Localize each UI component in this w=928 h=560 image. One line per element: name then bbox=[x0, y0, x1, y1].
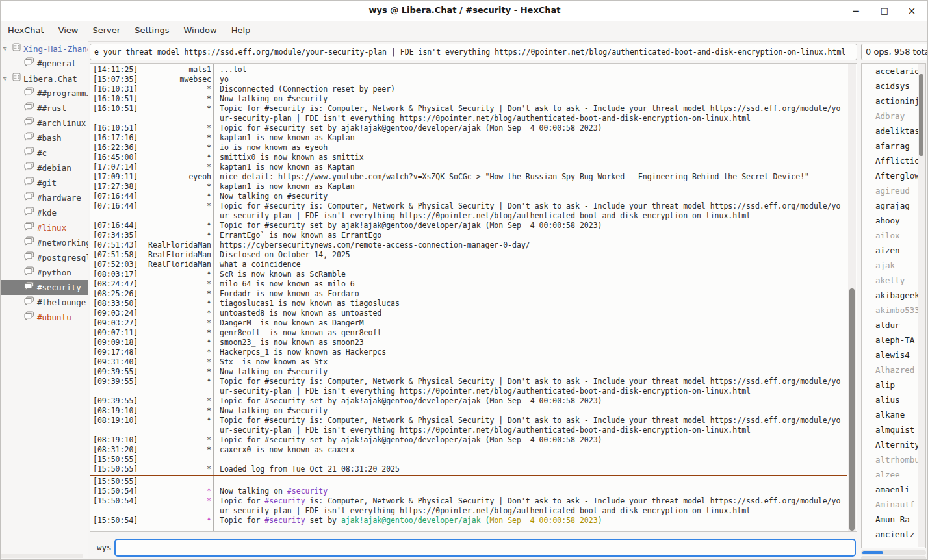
sidebar-item-networking[interactable]: #networking bbox=[1, 235, 88, 250]
user-item[interactable]: alewis4 bbox=[862, 348, 925, 363]
user-item[interactable]: altrhombus bbox=[862, 452, 925, 467]
user-item[interactable]: akelly bbox=[862, 273, 925, 288]
sidebar-item-python[interactable]: #python bbox=[1, 265, 88, 280]
channel-icon bbox=[24, 220, 34, 235]
user-item[interactable]: agrajag bbox=[862, 198, 925, 213]
menu-hexchat[interactable]: HexChat bbox=[1, 21, 51, 41]
chat-scrollbar-thumb[interactable] bbox=[849, 288, 855, 531]
chat-nick: * bbox=[145, 299, 216, 309]
sidebar-item-label: #networking bbox=[37, 238, 88, 248]
topic-input[interactable]: e your threat model https://ssd.eff.org/… bbox=[90, 44, 857, 60]
menu-settings[interactable]: Settings bbox=[127, 21, 176, 41]
message-segment: #security bbox=[287, 487, 328, 496]
user-item[interactable]: almquist bbox=[862, 422, 925, 437]
chat-message: Stx_ is now known as Stx bbox=[216, 357, 847, 367]
channel-icon bbox=[24, 175, 34, 190]
userlist-hscrollbar[interactable] bbox=[861, 550, 926, 555]
expander-icon[interactable]: ▽ bbox=[3, 71, 12, 86]
chat-timestamp: [07:16:44] bbox=[90, 201, 145, 211]
userlist-scrollbar-thumb[interactable] bbox=[919, 74, 923, 156]
user-item[interactable]: akimbo533 bbox=[862, 303, 925, 318]
userlist-scrollbar[interactable] bbox=[918, 64, 925, 547]
chat-timestamp: [07:51:58] bbox=[90, 250, 145, 260]
user-item[interactable]: aldur bbox=[862, 318, 925, 333]
chat-message: kaptan1 is now known as Kaptan bbox=[216, 162, 847, 172]
userlist-hscrollbar-track2[interactable] bbox=[861, 556, 926, 560]
sidebar-item-git[interactable]: #git bbox=[1, 175, 88, 190]
user-item[interactable]: aizen bbox=[862, 243, 925, 258]
user-item[interactable]: Afterglow bbox=[862, 168, 925, 183]
chat-line: [09:07:11]*genr8eofl_ is now known as ge… bbox=[90, 328, 847, 338]
sidebar-item-label: #general bbox=[37, 58, 76, 68]
user-item[interactable]: Alternity bbox=[862, 437, 925, 452]
sidebar-item-postgresql[interactable]: #postgresql bbox=[1, 250, 88, 265]
user-item[interactable]: alkane bbox=[862, 407, 925, 422]
message-segment: Disclosed on October 14, 2025 bbox=[220, 250, 350, 259]
sidebar-item-rust[interactable]: ##rust bbox=[1, 101, 88, 116]
message-input[interactable] bbox=[114, 539, 856, 557]
user-item[interactable]: Amun-Ra bbox=[862, 512, 925, 527]
sidebar-item-general[interactable]: #general bbox=[1, 56, 88, 71]
user-item[interactable]: amaenli bbox=[862, 482, 925, 497]
chat-timestamp: [17:07:14] bbox=[90, 162, 145, 172]
userlist-hscrollbar-thumb[interactable] bbox=[862, 551, 883, 554]
sidebar-item-linux[interactable]: #linux bbox=[1, 220, 88, 235]
expander-icon[interactable]: ▽ bbox=[3, 42, 12, 56]
sidebar-item-xing-hai-zhang[interactable]: ▽Xing-Hai-Zhang bbox=[1, 41, 88, 56]
user-item[interactable]: ailox bbox=[862, 228, 925, 243]
chat-scrollbar[interactable] bbox=[848, 64, 856, 531]
chat-message: ScR is now known as ScRamble bbox=[216, 270, 847, 279]
menu-help[interactable]: Help bbox=[224, 21, 258, 41]
user-item[interactable]: actioninj bbox=[862, 94, 925, 108]
message-segment: Topic for bbox=[220, 516, 264, 525]
chat-timestamp: [15:50:55] bbox=[90, 465, 145, 474]
sidebar-item-programming[interactable]: ##programming bbox=[1, 86, 88, 101]
chat-line: [09:03:27]*DangerM_ is now known as Dang… bbox=[90, 318, 847, 328]
sidebar-item-libera.chat[interactable]: ▽Libera.Chat bbox=[1, 71, 88, 86]
sidebar-item-bash[interactable]: #bash bbox=[1, 131, 88, 146]
sidebar-item-debian[interactable]: #debian bbox=[1, 160, 88, 175]
chat-message: Disconnected (Connection reset by peer) bbox=[216, 84, 847, 94]
sidebar-item-security[interactable]: #security bbox=[1, 280, 88, 295]
chat-nick: * bbox=[145, 182, 216, 192]
chat-timestamp: [08:33:50] bbox=[90, 299, 145, 309]
message-segment: Topic for #security is: Computer, Networ… bbox=[220, 377, 840, 396]
chat-nick: * bbox=[145, 516, 216, 526]
user-item[interactable]: accelario bbox=[862, 64, 925, 79]
user-item[interactable]: Affliction bbox=[862, 153, 925, 168]
message-segment: yo bbox=[220, 75, 229, 84]
sidebar-item-kde[interactable]: #kde bbox=[1, 205, 88, 220]
user-item[interactable]: Adbray bbox=[862, 108, 925, 123]
user-item[interactable]: adeliktas bbox=[862, 123, 925, 138]
user-item[interactable]: ahooy bbox=[862, 213, 925, 228]
sidebar-scrollbar-track[interactable] bbox=[1, 554, 83, 558]
maximize-button[interactable]: □ bbox=[877, 4, 892, 18]
chat-nick: * bbox=[145, 231, 216, 240]
user-item[interactable]: Aminautf_ bbox=[862, 497, 925, 512]
user-item[interactable]: akibageek bbox=[862, 288, 925, 303]
user-item[interactable]: ajak__ bbox=[862, 258, 925, 273]
sidebar-item-hardware[interactable]: #hardware bbox=[1, 190, 88, 205]
minimize-button[interactable]: − bbox=[848, 4, 864, 18]
user-item[interactable]: aleph-TA bbox=[862, 333, 925, 348]
title-bar[interactable]: wys @ Libera.Chat / #security - HexChat … bbox=[1, 1, 928, 22]
menu-window[interactable]: Window bbox=[176, 21, 224, 41]
chat-message: smoon23_ is now known as smoon23 bbox=[216, 338, 847, 348]
sidebar-item-ubuntu[interactable]: #ubuntu bbox=[1, 310, 88, 325]
user-item[interactable]: Alhazred bbox=[862, 363, 925, 377]
channel-icon bbox=[24, 101, 34, 116]
sidebar-item-thelounge[interactable]: #thelounge bbox=[1, 295, 88, 310]
user-item[interactable]: alip bbox=[862, 377, 925, 392]
sidebar-item-c[interactable]: #c bbox=[1, 146, 88, 160]
user-item[interactable]: agireud bbox=[862, 183, 925, 198]
sidebar-item-archlinux[interactable]: #archlinux bbox=[1, 116, 88, 131]
menu-view[interactable]: View bbox=[51, 21, 86, 41]
user-item[interactable]: acidsys bbox=[862, 79, 925, 94]
user-item[interactable]: ancientz bbox=[862, 527, 925, 542]
close-button[interactable]: × bbox=[904, 4, 920, 18]
user-item[interactable]: alius bbox=[862, 392, 925, 407]
sidebar-item-label: #postgresql bbox=[37, 253, 88, 262]
user-item[interactable]: alzee bbox=[862, 467, 925, 482]
menu-server[interactable]: Server bbox=[85, 21, 127, 41]
user-item[interactable]: afarrag bbox=[862, 138, 925, 153]
